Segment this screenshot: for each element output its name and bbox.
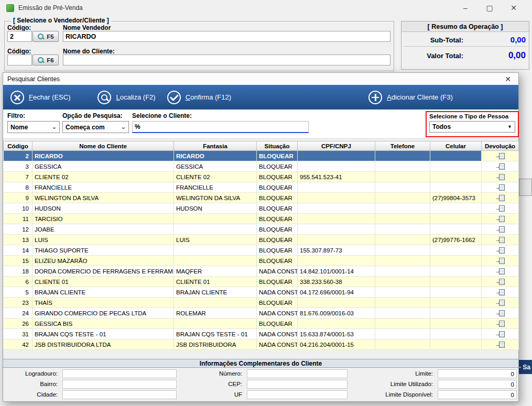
cell-nome: JOABE xyxy=(32,224,174,235)
cep-field[interactable] xyxy=(247,380,348,389)
column-header-fantasia[interactable]: Fantasia xyxy=(174,141,257,151)
table-row[interactable]: 10HUDSONHUDSONBLOQUEAR→ xyxy=(4,203,519,214)
tipo-pessoa-highlight-box: Selecione o Tipo de Pessoa Todos ▼ xyxy=(426,111,519,137)
localiza-button[interactable]: Localiza (F2) xyxy=(97,91,155,104)
table-row[interactable]: 42JSB DISTRIBUIDORA LTDAJSB DISTRIBUIDOR… xyxy=(4,339,519,350)
client-code-input[interactable] xyxy=(7,54,32,65)
devolucao-icon[interactable]: → xyxy=(482,319,519,329)
bairro-field[interactable] xyxy=(62,380,177,389)
table-row[interactable]: 23THAÍSBLOQUEAR→ xyxy=(4,298,519,308)
table-row[interactable]: 31BRAJAN CQS TESTE - 01BRAJAN CQS TESTE … xyxy=(4,329,519,339)
devolucao-icon[interactable]: → xyxy=(482,339,519,350)
devolucao-icon[interactable]: → xyxy=(482,235,519,245)
logradouro-field[interactable] xyxy=(62,369,177,378)
table-row[interactable]: 18DORDA COMERCIO DE FERRAGENS E FERRAMEN… xyxy=(4,266,519,277)
dialog-titlebar: Pesquisar Clientes ✕ xyxy=(3,73,518,85)
column-header-devolu-o[interactable]: Devolução xyxy=(482,141,519,151)
search-icon xyxy=(37,33,44,40)
column-header-cpf-cnpj[interactable]: CPF/CNPJ xyxy=(298,141,375,151)
window-title: Emissão de Pré-Venda xyxy=(18,4,83,12)
table-row[interactable]: 26GESSICA BISBLOQUEAR→ xyxy=(4,319,519,329)
column-header-telefone[interactable]: Telefone xyxy=(375,141,430,151)
client-name-input[interactable] xyxy=(63,54,390,65)
client-search-f6-button[interactable]: F6 xyxy=(32,54,59,65)
devolucao-icon[interactable]: → xyxy=(482,245,519,256)
numero-field[interactable] xyxy=(247,369,348,378)
limite-utilizado-field[interactable] xyxy=(438,380,517,389)
cell-celular xyxy=(430,245,482,256)
sair-button-fragment[interactable]: - Sa xyxy=(517,360,532,374)
limite-disponivel-label: Limite Disponível: xyxy=(349,390,436,400)
devolucao-icon[interactable]: → xyxy=(482,161,519,172)
selecione-cliente-label: Selecione o Cliente: xyxy=(132,112,192,119)
vendor-code-input[interactable] xyxy=(7,31,32,42)
devolucao-icon[interactable]: → xyxy=(482,214,519,224)
table-row[interactable]: 24GIRANDO COMERCIO DE PECAS LTDAROLEMARN… xyxy=(4,308,519,319)
column-header-celular[interactable]: Celular xyxy=(430,141,482,151)
table-row[interactable]: 8FRANCIELLEFRANCIELLEBLOQUEAR→ xyxy=(4,182,519,193)
devolucao-icon[interactable]: → xyxy=(482,298,519,308)
adicionar-cliente-button[interactable]: Adicionar Cliente (F3) xyxy=(368,91,453,104)
table-row[interactable]: 6CLIENTE 01CLIENTE 01BLOQUEAR338.233.560… xyxy=(4,277,519,287)
cell-fantasia: BRAJAN CQS TESTE - 01 xyxy=(174,329,257,339)
table-row[interactable]: 7CLIENTE 02CLIENTE 02BLOQUEAR955.541.523… xyxy=(4,172,519,182)
fechar-button[interactable]: Fechar (ESC) xyxy=(10,91,70,104)
cell-situacao: BLOQUEAR xyxy=(257,277,298,287)
cidade-field[interactable] xyxy=(62,390,177,399)
devolucao-icon[interactable]: → xyxy=(482,182,519,193)
table-row[interactable]: 12JOABEBLOQUEAR→ xyxy=(4,224,519,235)
devolucao-icon[interactable]: → xyxy=(482,266,519,277)
column-header-c-digo[interactable]: Código xyxy=(4,141,32,151)
limite-disponivel-field[interactable] xyxy=(438,390,517,399)
devolucao-icon[interactable]: → xyxy=(482,329,519,339)
table-row[interactable]: 2RICARDORICARDOBLOQUEAR→ xyxy=(4,151,519,161)
limite-field[interactable] xyxy=(438,369,517,378)
devolucao-icon[interactable]: → xyxy=(482,308,519,319)
app-icon xyxy=(6,4,14,12)
devolucao-icon[interactable]: → xyxy=(482,151,519,161)
dialog-title: Pesquisar Clientes xyxy=(7,75,60,83)
maximize-icon[interactable]: ▢ xyxy=(477,4,502,12)
cell-situacao: BLOQUEAR xyxy=(257,182,298,193)
cell-codigo: 7 xyxy=(4,172,32,182)
column-header-situa-o[interactable]: Situação xyxy=(257,141,298,151)
cliente-search-input[interactable] xyxy=(132,121,309,133)
vendor-search-f5-button[interactable]: F5 xyxy=(32,31,59,42)
dialog-close-icon[interactable]: ✕ xyxy=(502,75,514,83)
cell-cpf_cnpj: 04.172.696/0001-94 xyxy=(298,287,375,298)
cell-nome: GIRANDO COMERCIO DE PECAS LTDA xyxy=(32,308,174,319)
table-row[interactable]: 14THIAGO SUPORTEBLOQUEAR155.307.897-73→ xyxy=(4,245,519,256)
vendor-name-input[interactable] xyxy=(63,31,390,42)
uf-field[interactable] xyxy=(247,390,348,399)
table-row[interactable]: 9WELINGTON DA SILVAWELINGTON DA SILVABLO… xyxy=(4,193,519,203)
localiza-label: Localiza (F2) xyxy=(116,93,155,101)
opcao-pesquisa-dropdown[interactable]: Começa com ⌄ xyxy=(62,121,129,133)
cell-codigo: 14 xyxy=(4,245,32,256)
f6-label: F6 xyxy=(47,57,53,63)
cell-cpf_cnpj: 14.842.101/0001-14 xyxy=(298,266,375,277)
cell-codigo: 13 xyxy=(4,235,32,245)
devolucao-icon[interactable]: → xyxy=(482,256,519,266)
devolucao-icon[interactable]: → xyxy=(482,224,519,235)
devolucao-icon[interactable]: → xyxy=(482,203,519,214)
column-header-nome-do-cliente[interactable]: Nome do Cliente xyxy=(32,141,174,151)
table-row[interactable]: 5BRAJAN CLIENTEBRAJAN CLIENTENADA CONSTA… xyxy=(4,287,519,298)
table-row[interactable]: 13LUISLUISBLOQUEAR(27)99776-1662→ xyxy=(4,235,519,245)
cell-celular xyxy=(430,329,482,339)
table-row[interactable]: 15ELIZEU MAZARÃOBLOQUEAR→ xyxy=(4,256,519,266)
cell-nome: BRAJAN CQS TESTE - 01 xyxy=(32,329,174,339)
devolucao-icon[interactable]: → xyxy=(482,172,519,182)
devolucao-icon[interactable]: → xyxy=(482,277,519,287)
devolucao-icon[interactable]: → xyxy=(482,193,519,203)
limite-utilizado-label: Limite Utilizado: xyxy=(349,379,436,390)
cell-fantasia: HUDSON xyxy=(174,203,257,214)
devolucao-icon[interactable]: → xyxy=(482,287,519,298)
filtro-dropdown[interactable]: Nome ⌄ xyxy=(7,121,60,133)
confirma-button[interactable]: Confirma (F12) xyxy=(167,91,231,104)
table-row[interactable]: 11TARCISIOBLOQUEAR→ xyxy=(4,214,519,224)
table-row[interactable]: 3GESSICAGESSICABLOQUEAR→ xyxy=(4,161,519,172)
cell-fantasia xyxy=(174,224,257,235)
close-icon[interactable]: ✕ xyxy=(502,4,526,12)
minimize-icon[interactable]: – xyxy=(453,4,477,12)
tipo-pessoa-dropdown[interactable]: Todos ▼ xyxy=(429,121,515,133)
